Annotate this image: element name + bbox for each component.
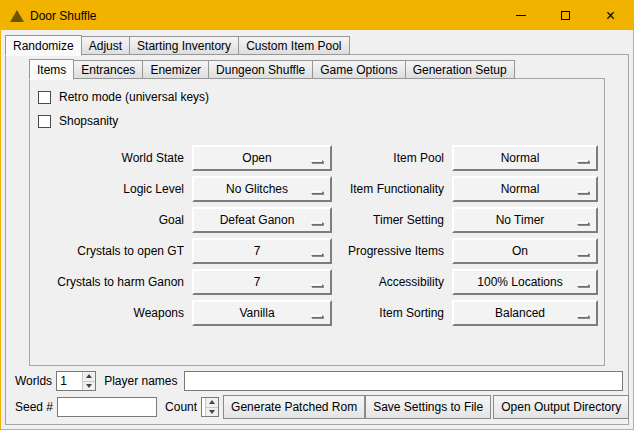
player-names-label: Player names (104, 374, 177, 388)
tab-dungeon-shuffle[interactable]: Dungeon Shuffle (208, 60, 313, 79)
dropdown-indicator-icon (577, 222, 589, 225)
goal-dropdown[interactable]: Defeat Ganon (192, 207, 332, 233)
tab-starting-inventory[interactable]: Starting Inventory (129, 36, 239, 55)
close-icon: × (606, 8, 615, 24)
save-settings-button[interactable]: Save Settings to File (365, 395, 491, 419)
item-pool-label: Item Pool (340, 151, 444, 165)
checkbox-label: Retro mode (universal keys) (59, 90, 209, 104)
dropdown-indicator-icon (311, 315, 323, 318)
progressive-items-label: Progressive Items (340, 244, 444, 258)
count-spinner-arrows (205, 398, 218, 416)
window-title: Door Shuffle (30, 9, 97, 23)
crystals-ganon-dropdown[interactable]: 7 (192, 269, 332, 295)
dropdown-value: Normal (501, 182, 550, 196)
dropdown-indicator-icon (311, 222, 323, 225)
shopsanity-checkbox[interactable]: Shopsanity (38, 109, 600, 133)
weapons-label: Weapons (36, 306, 184, 320)
weapons-dropdown[interactable]: Vanilla (192, 300, 332, 326)
window-body: Randomize Adjust Starting Inventory Cust… (2, 31, 632, 428)
close-button[interactable]: × (588, 1, 633, 30)
items-pane: Retro mode (universal keys) Shopsanity W… (29, 78, 605, 366)
crystals-gt-label: Crystals to open GT (36, 244, 184, 258)
generate-row: Seed # Count Generate Patched Rom Save S… (11, 395, 623, 419)
timer-setting-label: Timer Setting (340, 213, 444, 227)
item-sorting-dropdown[interactable]: Balanced (452, 300, 598, 326)
maximize-button[interactable] (543, 1, 588, 30)
checkbox-label: Shopsanity (59, 114, 118, 128)
accessibility-label: Accessibility (340, 275, 444, 289)
checkbox-box-icon (38, 115, 51, 128)
goal-label: Goal (36, 213, 184, 227)
tab-game-options[interactable]: Game Options (312, 60, 405, 79)
dropdown-indicator-icon (311, 160, 323, 163)
tab-randomize[interactable]: Randomize (5, 35, 82, 56)
dropdown-value: On (512, 244, 538, 258)
dropdown-value: Open (242, 151, 281, 165)
maximize-icon (561, 11, 570, 20)
worlds-input[interactable] (57, 372, 82, 390)
spin-down-icon[interactable] (206, 407, 218, 417)
count-label: Count (165, 400, 197, 414)
dropdown-value: 7 (254, 275, 271, 289)
crystals-gt-dropdown[interactable]: 7 (192, 238, 332, 264)
crystals-ganon-label: Crystals to harm Ganon (36, 275, 184, 289)
inner-tabs: Items Entrances Enemizer Dungeon Shuffle… (29, 58, 515, 79)
minimize-button[interactable] (498, 1, 543, 30)
dropdown-value: 7 (254, 244, 271, 258)
dropdown-indicator-icon (311, 191, 323, 194)
dropdown-indicator-icon (311, 284, 323, 287)
outer-tabs: Randomize Adjust Starting Inventory Cust… (5, 34, 350, 55)
seed-input[interactable] (57, 397, 157, 417)
spin-down-icon[interactable] (83, 381, 95, 391)
dropdown-value: Normal (501, 151, 550, 165)
seed-label: Seed # (15, 400, 53, 414)
minimize-icon (516, 15, 526, 16)
logic-level-dropdown[interactable]: No Glitches (192, 176, 332, 202)
item-sorting-label: Item Sorting (340, 306, 444, 320)
spin-up-icon[interactable] (83, 372, 95, 381)
dropdown-indicator-icon (311, 253, 323, 256)
progressive-items-dropdown[interactable]: On (452, 238, 598, 264)
dropdown-indicator-icon (577, 315, 589, 318)
item-functionality-label: Item Functionality (340, 182, 444, 196)
app-icon (10, 10, 24, 22)
titlebar[interactable]: Door Shuffle × (1, 1, 633, 30)
tab-items[interactable]: Items (29, 59, 74, 80)
checkbox-box-icon (38, 91, 51, 104)
spin-up-icon[interactable] (206, 398, 218, 407)
world-state-label: World State (36, 151, 184, 165)
dropdown-indicator-icon (577, 160, 589, 163)
dropdown-value: Vanilla (239, 306, 284, 320)
settings-grid: World State Open Item Pool Normal Logic … (36, 142, 600, 328)
logic-level-label: Logic Level (36, 182, 184, 196)
dropdown-value: Defeat Ganon (220, 213, 305, 227)
world-state-dropdown[interactable]: Open (192, 145, 332, 171)
count-spinner[interactable] (201, 397, 219, 417)
tab-adjust[interactable]: Adjust (81, 36, 130, 55)
tab-enemizer[interactable]: Enemizer (142, 60, 209, 79)
item-functionality-dropdown[interactable]: Normal (452, 176, 598, 202)
dropdown-value: 100% Locations (477, 275, 572, 289)
dropdown-indicator-icon (577, 284, 589, 287)
dropdown-indicator-icon (577, 191, 589, 194)
dropdown-indicator-icon (577, 253, 589, 256)
item-pool-dropdown[interactable]: Normal (452, 145, 598, 171)
dropdown-value: Balanced (495, 306, 555, 320)
open-output-directory-button[interactable]: Open Output Directory (493, 395, 629, 419)
worlds-spinner[interactable] (56, 371, 96, 391)
dropdown-value: No Glitches (226, 182, 298, 196)
randomize-pane: Items Entrances Enemizer Dungeon Shuffle… (5, 54, 629, 425)
player-names-input[interactable] (184, 371, 624, 391)
tab-entrances[interactable]: Entrances (73, 60, 143, 79)
worlds-row: Worlds Player names (11, 370, 623, 392)
retro-mode-checkbox[interactable]: Retro mode (universal keys) (38, 85, 600, 109)
worlds-label: Worlds (15, 374, 52, 388)
generate-patched-rom-button[interactable]: Generate Patched Rom (223, 395, 365, 419)
tab-custom-item-pool[interactable]: Custom Item Pool (238, 36, 349, 55)
worlds-spinner-arrows (82, 372, 95, 390)
tab-generation-setup[interactable]: Generation Setup (405, 60, 515, 79)
timer-setting-dropdown[interactable]: No Timer (452, 207, 598, 233)
accessibility-dropdown[interactable]: 100% Locations (452, 269, 598, 295)
dropdown-value: No Timer (496, 213, 555, 227)
door-shuffle-window: Door Shuffle × Randomize Adjust Starting… (0, 0, 634, 430)
